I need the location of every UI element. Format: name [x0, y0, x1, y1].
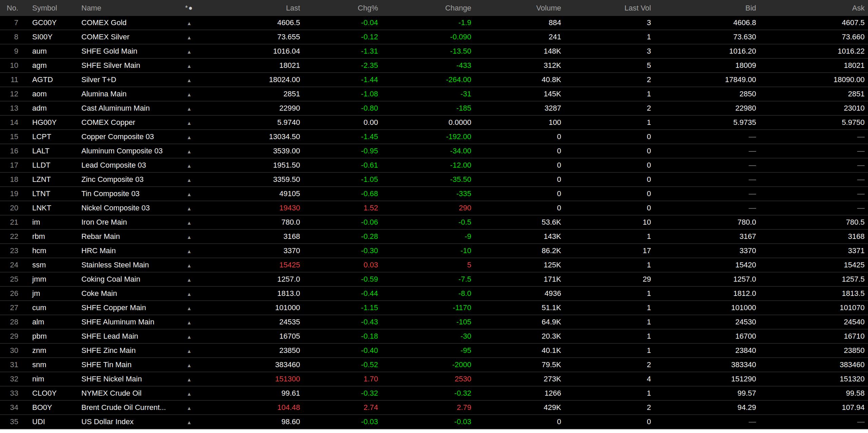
cell-chg-pct: -0.28 — [300, 230, 378, 243]
header-ask[interactable]: Ask — [756, 0, 868, 16]
trend-up-icon: ▲ — [187, 131, 192, 144]
table-row[interactable]: 25 jmm Coking Coal Main ▲ 1257.0 -0.59 -… — [0, 272, 868, 287]
trend-up-icon: ▲ — [187, 387, 192, 400]
table-row[interactable]: 34 BO0Y Brent Crude Oil Current... ▲ 104… — [0, 401, 868, 415]
cell-row-number: 14 — [0, 116, 20, 129]
cell-last-vol: 0 — [561, 158, 651, 172]
cell-last: 13034.50 — [199, 130, 300, 144]
table-row[interactable]: 32 nim SHFE Nickel Main ▲ 151300 1.70 25… — [0, 372, 868, 387]
cell-row-number: 8 — [0, 30, 20, 44]
header-symbol[interactable]: Symbol — [20, 0, 81, 16]
cell-star: ▲ — [180, 187, 199, 201]
table-row[interactable]: 7 GC00Y COMEX Gold ▲ 4606.5 -0.04 -1.9 8… — [0, 16, 868, 30]
cell-star: ▲ — [180, 401, 199, 414]
table-row[interactable]: 16 LALT Aluminum Composite 03 ▲ 3539.00 … — [0, 144, 868, 158]
cell-volume: 145K — [471, 87, 561, 101]
cell-change: 2530 — [378, 372, 471, 386]
cell-last-vol: 1 — [561, 301, 651, 315]
cell-ask: 4607.5 — [756, 16, 868, 30]
trend-up-icon: ▲ — [187, 302, 192, 315]
cell-star: ▲ — [180, 16, 199, 30]
header-bid[interactable]: Bid — [651, 0, 756, 16]
header-volume[interactable]: Volume — [471, 0, 561, 16]
cell-star: ▲ — [180, 315, 199, 329]
table-row[interactable]: 31 snm SHFE Tin Main ▲ 383460 -0.52 -200… — [0, 358, 868, 372]
table-row[interactable]: 17 LLDT Lead Composite 03 ▲ 1951.50 -0.6… — [0, 158, 868, 173]
cell-chg-pct: 0.03 — [300, 258, 378, 272]
cell-bid: 101000 — [651, 301, 756, 315]
cell-row-number: 32 — [0, 372, 20, 386]
cell-volume: 884 — [471, 16, 561, 30]
cell-name: Coking Coal Main — [81, 272, 180, 286]
table-row[interactable]: 14 HG00Y COMEX Copper ▲ 5.9740 0.00 0.00… — [0, 116, 868, 130]
cell-chg-pct: -1.45 — [300, 130, 378, 144]
cell-ask: 18021 — [756, 59, 868, 72]
table-row[interactable]: 8 SI00Y COMEX Silver ▲ 73.655 -0.12 -0.0… — [0, 30, 868, 44]
cell-star: ▲ — [180, 116, 199, 129]
header-no[interactable]: No. — [0, 0, 20, 16]
trend-up-icon: ▲ — [187, 216, 192, 229]
table-row[interactable]: 10 agm SHFE Silver Main ▲ 18021 -2.35 -4… — [0, 59, 868, 73]
cell-star: ▲ — [180, 215, 199, 229]
cell-ask: — — [756, 144, 868, 158]
table-row[interactable]: 30 znm SHFE Zinc Main ▲ 23850 -0.40 -95 … — [0, 344, 868, 358]
table-row[interactable]: 28 alm SHFE Aluminum Main ▲ 24535 -0.43 … — [0, 315, 868, 330]
cell-bid: 4606.8 — [651, 16, 756, 30]
table-row[interactable]: 33 CLO0Y NYMEX Crude Oil ▲ 99.61 -0.32 -… — [0, 387, 868, 401]
cell-volume: 53.6K — [471, 215, 561, 229]
cell-change: -35.50 — [378, 173, 471, 186]
table-row[interactable]: 27 cum SHFE Copper Main ▲ 101000 -1.15 -… — [0, 301, 868, 315]
table-row[interactable]: 9 aum SHFE Gold Main ▲ 1016.04 -1.31 -13… — [0, 44, 868, 59]
header-star-dot[interactable]: *● — [180, 0, 199, 16]
table-row[interactable]: 15 LCPT Copper Composite 03 ▲ 13034.50 -… — [0, 130, 868, 144]
cell-change: -0.5 — [378, 215, 471, 229]
table-row[interactable]: 35 UDI US Dollar Index ▲ 98.60 -0.03 -0.… — [0, 415, 868, 429]
header-last-vol[interactable]: Last Vol — [561, 0, 651, 16]
table-row[interactable]: 18 LZNT Zinc Composite 03 ▲ 3359.50 -1.0… — [0, 173, 868, 187]
cell-name: NYMEX Crude Oil — [81, 387, 180, 400]
cell-volume: 100 — [471, 116, 561, 129]
table-row[interactable]: 11 AGTD Silver T+D ▲ 18024.00 -1.44 -264… — [0, 73, 868, 87]
table-row[interactable]: 12 aom Alumina Main ▲ 2851 -1.08 -31 145… — [0, 87, 868, 101]
cell-change: -30 — [378, 330, 471, 343]
cell-bid: 1812.0 — [651, 287, 756, 300]
cell-volume: 0 — [471, 130, 561, 144]
cell-bid: 16700 — [651, 330, 756, 343]
table-row[interactable]: 22 rbm Rebar Main ▲ 3168 -0.28 -9 143K 1… — [0, 230, 868, 244]
cell-change: -185 — [378, 101, 471, 115]
cell-ask: 73.660 — [756, 30, 868, 44]
table-row[interactable]: 26 jm Coke Main ▲ 1813.0 -0.44 -8.0 4936… — [0, 287, 868, 301]
cell-bid: — — [651, 187, 756, 201]
cell-last-vol: 0 — [561, 187, 651, 201]
table-row[interactable]: 20 LNKT Nickel Composite 03 ▲ 19430 1.52… — [0, 201, 868, 215]
header-last[interactable]: Last — [199, 0, 300, 16]
cell-ask: 151320 — [756, 372, 868, 386]
table-row[interactable]: 21 im Iron Ore Main ▲ 780.0 -0.06 -0.5 5… — [0, 215, 868, 230]
header-change[interactable]: Change — [378, 0, 471, 16]
cell-chg-pct: -0.32 — [300, 387, 378, 400]
cell-change: 0.0000 — [378, 116, 471, 129]
cell-symbol: LCPT — [20, 130, 81, 144]
cell-change: -9 — [378, 230, 471, 243]
table-row[interactable]: 19 LTNT Tin Composite 03 ▲ 49105 -0.68 -… — [0, 187, 868, 201]
cell-last: 15425 — [199, 258, 300, 272]
cell-ask: 780.5 — [756, 215, 868, 229]
table-row[interactable]: 24 ssm Stainless Steel Main ▲ 15425 0.03… — [0, 258, 868, 272]
cell-row-number: 24 — [0, 258, 20, 272]
table-row[interactable]: 13 adm Cast Aluminum Main ▲ 22990 -0.80 … — [0, 101, 868, 116]
header-chg-pct[interactable]: Chg% — [300, 0, 378, 16]
cell-name: SHFE Nickel Main — [81, 372, 180, 386]
cell-change: 290 — [378, 201, 471, 215]
cell-symbol: LLDT — [20, 158, 81, 172]
cell-ask: 3371 — [756, 244, 868, 258]
cell-name: SHFE Tin Main — [81, 358, 180, 372]
cell-last: 2851 — [199, 87, 300, 101]
cell-row-number: 10 — [0, 59, 20, 72]
trend-up-icon: ▲ — [187, 373, 192, 386]
cell-volume: 312K — [471, 59, 561, 72]
table-row[interactable]: 29 pbm SHFE Lead Main ▲ 16705 -0.18 -30 … — [0, 330, 868, 344]
trend-up-icon: ▲ — [187, 273, 192, 286]
cell-ask: — — [756, 415, 868, 429]
header-name[interactable]: Name — [81, 0, 180, 16]
table-row[interactable]: 23 hcm HRC Main ▲ 3370 -0.30 -10 86.2K 1… — [0, 244, 868, 258]
